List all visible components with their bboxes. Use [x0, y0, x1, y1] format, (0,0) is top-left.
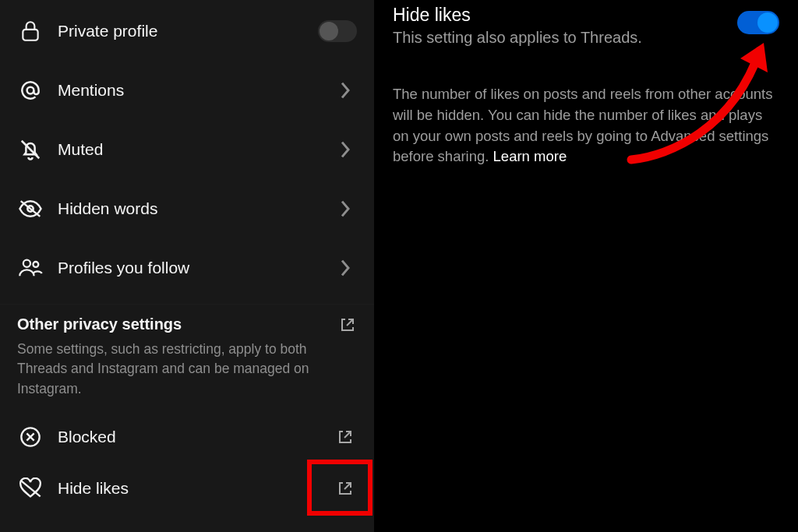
private-profile-toggle[interactable]	[318, 19, 357, 43]
row-profiles-you-follow[interactable]: Profiles you follow	[0, 238, 374, 298]
section-desc: Some settings, such as restricting, appl…	[17, 340, 321, 399]
bell-off-icon	[17, 136, 44, 163]
hide-likes-toggle[interactable]	[737, 11, 779, 34]
row-hidden-words[interactable]: Hidden words	[0, 179, 374, 238]
svg-rect-0	[23, 30, 37, 41]
row-label: Private profile	[58, 22, 318, 41]
section-title: Other privacy settings	[17, 315, 357, 333]
heart-off-icon	[17, 475, 44, 502]
chevron-right-icon	[334, 197, 357, 220]
chevron-right-icon	[334, 79, 357, 102]
lock-icon	[17, 18, 44, 44]
detail-body: The number of likes on posts and reels f…	[393, 84, 779, 167]
chevron-right-icon	[334, 138, 357, 161]
svg-point-6	[33, 262, 38, 267]
people-icon	[17, 255, 44, 281]
row-label: Hide likes	[58, 479, 334, 498]
page-title: Hide likes	[393, 5, 642, 26]
learn-more-link[interactable]: Learn more	[493, 148, 567, 164]
other-privacy-section: Other privacy settings Some settings, su…	[0, 304, 374, 413]
body-text: The number of likes on posts and reels f…	[393, 86, 772, 164]
external-link-icon	[334, 425, 357, 449]
row-mentions[interactable]: Mentions	[0, 61, 374, 120]
row-blocked[interactable]: Blocked	[0, 413, 374, 461]
detail-header: Hide likes This setting also applies to …	[393, 5, 779, 47]
page-subtitle: This setting also applies to Threads.	[393, 29, 642, 47]
row-label: Muted	[58, 140, 334, 159]
at-sign-icon	[17, 77, 44, 104]
svg-point-1	[27, 87, 34, 94]
row-label: Hidden words	[58, 199, 334, 218]
external-link-icon	[334, 477, 357, 500]
row-label: Profiles you follow	[58, 259, 334, 277]
row-muted[interactable]: Muted	[0, 120, 374, 179]
hide-likes-detail: Hide likes This setting also applies to …	[374, 0, 798, 532]
svg-point-5	[23, 260, 30, 267]
chevron-right-icon	[334, 256, 357, 280]
external-link-icon[interactable]	[338, 315, 357, 334]
x-circle-icon	[17, 424, 44, 450]
eye-off-icon	[17, 196, 44, 222]
row-hide-likes[interactable]: Hide likes	[0, 461, 374, 516]
row-label: Blocked	[58, 428, 334, 446]
privacy-settings-list: Private profile Mentions Muted	[0, 0, 374, 532]
svg-line-10	[20, 481, 40, 497]
row-private-profile[interactable]: Private profile	[0, 2, 374, 61]
row-label: Mentions	[58, 81, 334, 100]
